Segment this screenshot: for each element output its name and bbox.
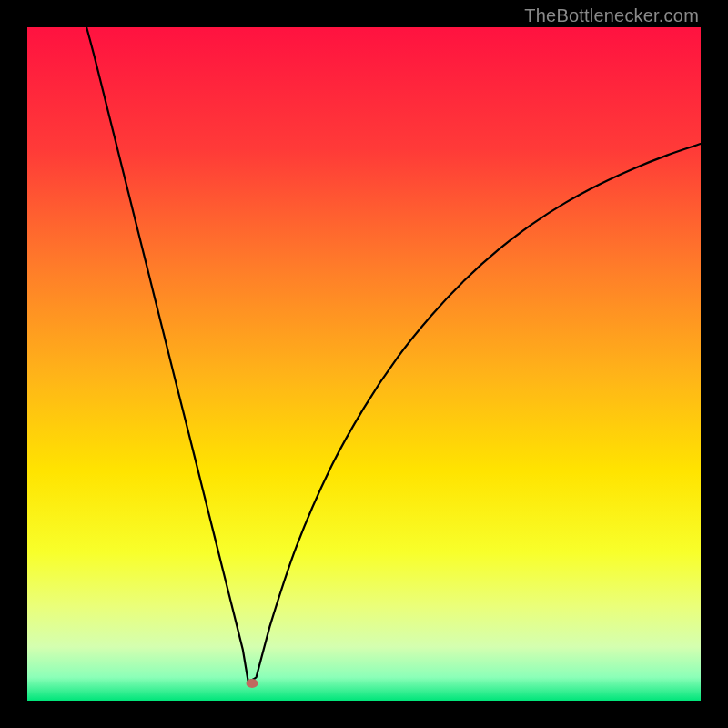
bottleneck-curve (27, 27, 701, 701)
plot-area (27, 27, 701, 701)
chart-frame: TheBottlenecker.com (0, 0, 728, 728)
watermark-text: TheBottlenecker.com (524, 5, 699, 26)
minimum-marker (247, 679, 258, 688)
